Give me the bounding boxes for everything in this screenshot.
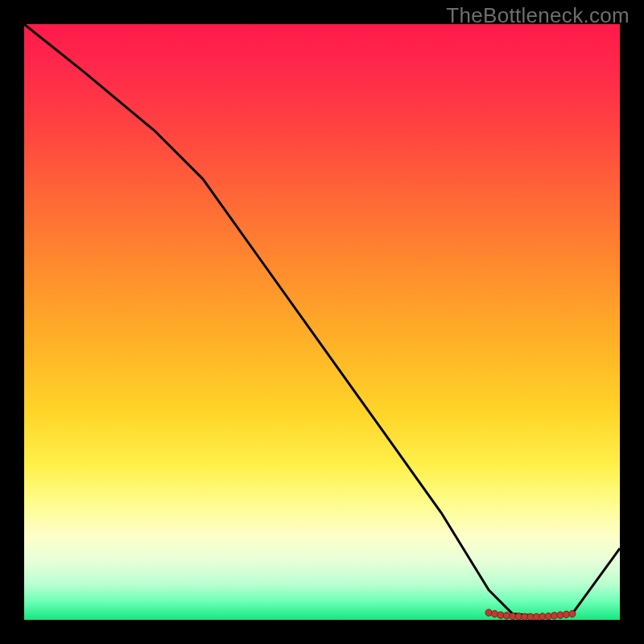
curve-line bbox=[24, 24, 620, 617]
chart-svg bbox=[24, 24, 620, 620]
plot-area bbox=[24, 24, 620, 620]
chart-frame: TheBottleneck.com bbox=[0, 0, 644, 644]
marker-layer bbox=[485, 609, 576, 620]
marker-dot bbox=[569, 610, 576, 617]
